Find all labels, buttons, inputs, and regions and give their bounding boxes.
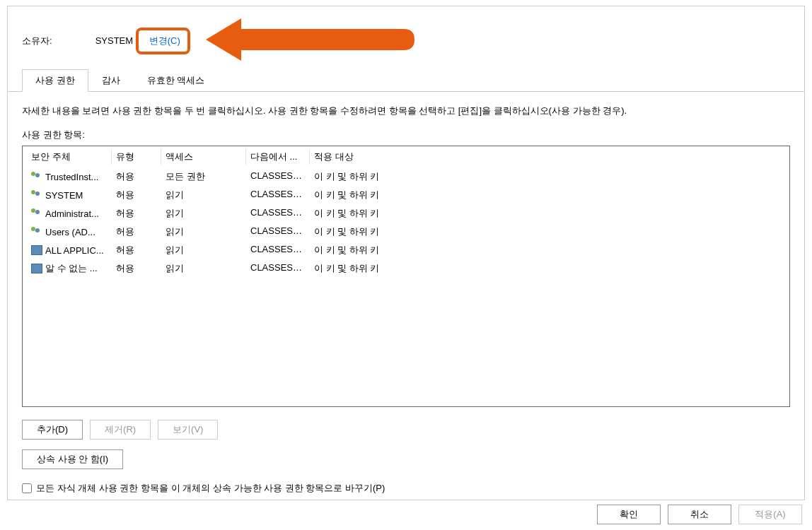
access-cell: 읽기: [161, 261, 246, 276]
applies-to-cell: 이 키 및 하위 키: [310, 206, 504, 221]
cancel-button[interactable]: 취소: [668, 505, 731, 524]
permission-row[interactable]: Users (AD...허용읽기CLASSES_...이 키 및 하위 키: [23, 223, 789, 241]
access-cell: 읽기: [161, 224, 246, 240]
permission-row[interactable]: SYSTEM허용읽기CLASSES_...이 키 및 하위 키: [23, 186, 789, 204]
permissions-content: 자세한 내용을 보려면 사용 권한 항목을 두 번 클릭하십시오. 사용 권한 …: [8, 92, 804, 507]
principal-cell: 알 수 없는 ...: [27, 261, 112, 276]
users-icon: [31, 227, 42, 237]
ok-button[interactable]: 확인: [597, 505, 661, 524]
add-button[interactable]: 추가(D): [22, 420, 83, 440]
applies-to-cell: 이 키 및 하위 키: [310, 242, 504, 258]
inherited-from-cell: CLASSES_...: [246, 261, 310, 276]
action-button-row: 추가(D) 제거(R) 보기(V): [22, 420, 790, 440]
permission-row[interactable]: 알 수 없는 ...허용읽기CLASSES_...이 키 및 하위 키: [23, 259, 789, 278]
users-icon: [31, 190, 42, 200]
principal-text: Administrat...: [45, 208, 99, 219]
permission-list[interactable]: 보안 주체 유형 액세스 다음에서 ... 적용 대상 TrustedInst.…: [22, 146, 790, 407]
users-icon: [31, 208, 42, 218]
principal-cell: SYSTEM: [27, 187, 112, 203]
owner-label: 소유자:: [22, 35, 93, 47]
principal-cell: Administrat...: [27, 206, 112, 221]
replace-child-checkbox-row: 모든 자식 개체 사용 권한 항목을 이 개체의 상속 가능한 사용 권한 항목…: [22, 482, 790, 495]
applies-to-cell: 이 키 및 하위 키: [310, 261, 504, 276]
permission-row[interactable]: Administrat...허용읽기CLASSES_...이 키 및 하위 키: [23, 204, 789, 223]
type-cell: 허용: [112, 187, 161, 203]
inherit-button-row: 상속 사용 안 함(I): [22, 449, 790, 469]
type-cell: 허용: [112, 261, 161, 276]
column-header-access[interactable]: 액세스: [161, 149, 246, 165]
permission-list-label: 사용 권한 항목:: [22, 129, 790, 141]
access-cell: 읽기: [161, 242, 246, 258]
type-cell: 허용: [112, 224, 161, 240]
replace-child-permissions-label: 모든 자식 개체 사용 권한 항목을 이 개체의 상속 가능한 사용 권한 항목…: [36, 482, 385, 495]
applies-to-cell: 이 키 및 하위 키: [310, 187, 504, 203]
principal-text: TrustedInst...: [45, 172, 98, 182]
applies-to-cell: 이 키 및 하위 키: [310, 169, 504, 184]
change-owner-link[interactable]: 변경(C): [142, 30, 187, 52]
principal-text: 알 수 없는 ...: [45, 262, 98, 275]
disable-inheritance-button[interactable]: 상속 사용 안 함(I): [22, 449, 123, 469]
column-header-principal[interactable]: 보안 주체: [27, 149, 112, 165]
principal-cell: Users (AD...: [27, 224, 112, 240]
tab-auditing[interactable]: 감사: [88, 69, 134, 92]
users-icon: [31, 172, 42, 182]
change-link-highlight: 변경(C): [136, 28, 190, 54]
package-icon: [31, 264, 42, 273]
inherited-from-cell: CLASSES_...: [246, 169, 310, 184]
permission-header-row: 보안 주체 유형 액세스 다음에서 ... 적용 대상: [23, 146, 789, 167]
applies-to-cell: 이 키 및 하위 키: [310, 224, 504, 240]
inherited-from-cell: CLASSES_...: [246, 242, 310, 258]
apply-button: 적용(A): [738, 505, 802, 524]
type-cell: 허용: [112, 206, 161, 221]
dialog-footer-buttons: 확인 취소 적용(A): [597, 505, 802, 524]
tab-effective-access[interactable]: 유효한 액세스: [134, 69, 219, 92]
type-cell: 허용: [112, 242, 161, 258]
arrow-annotation-icon: [206, 15, 418, 64]
package-icon: [31, 245, 42, 255]
column-header-inherited-from[interactable]: 다음에서 ...: [246, 149, 310, 165]
security-settings-dialog: 소유자: SYSTEM 변경(C) 사용 권한 감사 유효한 액세스 자세한 내…: [7, 6, 805, 500]
access-cell: 읽기: [161, 206, 246, 221]
inherited-from-cell: CLASSES_...: [246, 206, 310, 221]
principal-cell: ALL APPLIC...: [27, 242, 112, 258]
inherited-from-cell: CLASSES_...: [246, 187, 310, 203]
owner-section: 소유자: SYSTEM 변경(C): [8, 6, 804, 69]
view-button: 보기(V): [158, 420, 218, 440]
principal-text: ALL APPLIC...: [45, 245, 104, 256]
column-header-applies-to[interactable]: 적용 대상: [310, 149, 785, 165]
remove-button: 제거(R): [90, 420, 151, 440]
principal-text: SYSTEM: [45, 190, 83, 201]
inherited-from-cell: CLASSES_...: [246, 224, 310, 240]
tab-permissions[interactable]: 사용 권한: [22, 69, 88, 92]
principal-text: Users (AD...: [45, 227, 95, 237]
tab-bar: 사용 권한 감사 유효한 액세스: [8, 69, 804, 92]
type-cell: 허용: [112, 169, 161, 184]
replace-child-permissions-checkbox[interactable]: [22, 483, 32, 493]
access-cell: 읽기: [161, 187, 246, 203]
permission-row[interactable]: ALL APPLIC...허용읽기CLASSES_...이 키 및 하위 키: [23, 241, 789, 259]
instruction-text: 자세한 내용을 보려면 사용 권한 항목을 두 번 클릭하십시오. 사용 권한 …: [22, 105, 790, 117]
column-header-type[interactable]: 유형: [112, 149, 161, 165]
permission-row[interactable]: TrustedInst...허용모든 권한CLASSES_...이 키 및 하위…: [23, 167, 789, 186]
owner-value: SYSTEM: [95, 35, 133, 46]
access-cell: 모든 권한: [161, 169, 246, 184]
principal-cell: TrustedInst...: [27, 169, 112, 184]
